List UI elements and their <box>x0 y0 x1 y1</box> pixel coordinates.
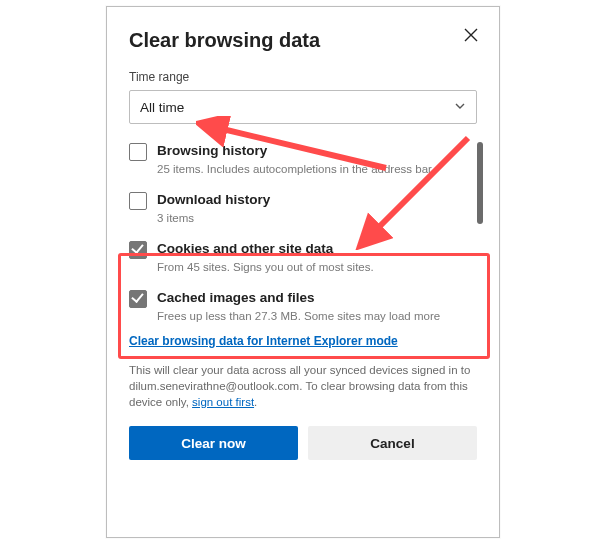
option-cookies: Cookies and other site data From 45 site… <box>129 240 461 275</box>
option-label: Download history <box>157 191 270 209</box>
time-range-label: Time range <box>129 70 477 84</box>
dialog-title: Clear browsing data <box>129 29 477 52</box>
options-list: Browsing history 25 items. Includes auto… <box>129 142 477 324</box>
option-sub: Frees up less than 27.3 MB. Some sites m… <box>157 309 440 324</box>
clear-now-button[interactable]: Clear now <box>129 426 298 460</box>
option-download-history: Download history 3 items <box>129 191 461 226</box>
close-icon[interactable] <box>459 23 483 47</box>
option-cached: Cached images and files Frees up less th… <box>129 289 461 324</box>
checkbox-cookies[interactable] <box>129 241 147 259</box>
scrollbar[interactable] <box>477 142 483 224</box>
option-label: Cached images and files <box>157 289 440 307</box>
ie-mode-link-row: Clear browsing data for Internet Explore… <box>129 334 477 348</box>
option-sub: 3 items <box>157 211 270 226</box>
sync-note: This will clear your data across all you… <box>129 362 477 410</box>
ie-mode-link[interactable]: Clear browsing data for Internet Explore… <box>129 334 398 348</box>
option-label: Cookies and other site data <box>157 240 374 258</box>
option-label: Browsing history <box>157 142 434 160</box>
dialog-window: Clear browsing data Time range All time … <box>106 6 500 538</box>
sync-email: dilum.senevirathne@outlook.com <box>129 380 299 392</box>
button-row: Clear now Cancel <box>129 426 477 460</box>
chevron-down-icon <box>454 100 466 115</box>
option-sub: 25 items. Includes autocompletions in th… <box>157 162 434 177</box>
sign-out-link[interactable]: sign out first <box>192 396 254 408</box>
time-range-select[interactable]: All time <box>129 90 477 124</box>
checkbox-download-history[interactable] <box>129 192 147 210</box>
sync-prefix: This will clear your data across all you… <box>129 364 470 376</box>
time-range-value: All time <box>140 100 184 115</box>
sync-suffix: . <box>254 396 257 408</box>
option-browsing-history: Browsing history 25 items. Includes auto… <box>129 142 461 177</box>
option-sub: From 45 sites. Signs you out of most sit… <box>157 260 374 275</box>
checkbox-browsing-history[interactable] <box>129 143 147 161</box>
checkbox-cached[interactable] <box>129 290 147 308</box>
cancel-button[interactable]: Cancel <box>308 426 477 460</box>
